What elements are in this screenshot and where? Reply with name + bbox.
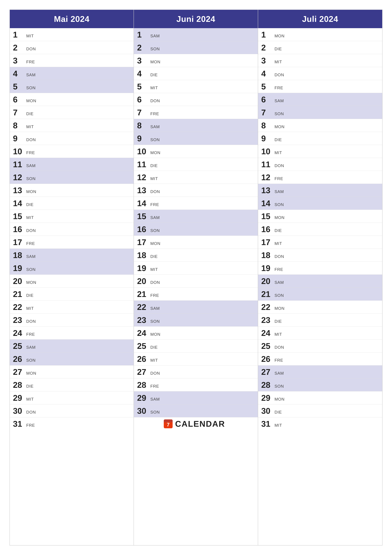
day-row: 30DIE [258, 404, 382, 417]
day-name: MIT [275, 150, 282, 155]
day-number: 19 [13, 264, 26, 272]
day-row: 16DON [10, 223, 134, 236]
day-number: 19 [137, 264, 150, 272]
day-number: 16 [137, 225, 150, 233]
day-name: SAM [275, 371, 284, 376]
day-row: 12SON [10, 171, 134, 184]
day-number: 21 [261, 290, 274, 298]
day-number: 7 [261, 108, 274, 117]
day-name: SON [26, 267, 36, 272]
day-name: SON [275, 384, 284, 389]
day-row: 29MIT [10, 391, 134, 404]
month-column-3: Juli 20241MON2DIE3MIT4DON5FRE6SAM7SON8MO… [258, 10, 382, 545]
day-row: 17FRE [10, 236, 134, 249]
day-row: 22MON [258, 301, 382, 314]
days-container-1: 1MIT2DON3FRE4SAM5SON6MON7DIE8MIT9DON10FR… [10, 28, 134, 545]
day-number: 15 [137, 212, 150, 220]
day-number: 16 [13, 225, 26, 233]
day-name: SAM [275, 189, 284, 194]
day-number: 4 [13, 69, 26, 78]
svg-text:7: 7 [167, 422, 170, 427]
day-row: 2DON [10, 41, 134, 54]
day-number: 10 [13, 147, 26, 155]
day-row: 18SAM [10, 249, 134, 262]
day-row: 20DON [134, 275, 258, 288]
day-number: 2 [261, 44, 274, 52]
day-row: 21DIE [10, 288, 134, 301]
day-number: 7 [13, 108, 26, 117]
day-name: DIE [150, 73, 157, 77]
day-number: 17 [137, 238, 150, 246]
day-row: 16SON [134, 223, 258, 236]
day-name: MIT [275, 241, 282, 246]
day-number: 9 [261, 134, 274, 143]
day-row: 15SAM [134, 210, 258, 223]
day-row: 21SON [258, 288, 382, 301]
day-row: 28DIE [10, 379, 134, 391]
day-number: 21 [137, 290, 150, 298]
day-name: SON [150, 228, 160, 233]
day-row: 29MON [258, 391, 382, 404]
day-name: DON [26, 137, 36, 142]
day-name: FRE [275, 85, 283, 90]
day-number: 23 [137, 316, 150, 324]
day-name: DIE [26, 202, 34, 207]
day-number: 10 [137, 147, 150, 155]
day-name: MON [26, 98, 36, 103]
day-number: 6 [137, 95, 150, 104]
day-name: MON [150, 241, 160, 246]
day-number: 3 [137, 57, 150, 65]
day-name: MIT [26, 215, 34, 220]
day-row: 14DIE [10, 197, 134, 210]
day-row: 11DIE [134, 158, 258, 171]
day-number: 14 [137, 199, 150, 207]
day-row: 7FRE [134, 106, 258, 119]
day-number: 15 [13, 212, 26, 220]
day-name: MIT [150, 267, 158, 272]
day-number: 18 [13, 251, 26, 259]
day-name: MIT [275, 332, 282, 337]
day-name: FRE [150, 384, 159, 389]
day-number: 20 [137, 277, 150, 285]
day-name: DON [275, 345, 284, 350]
day-row: 19FRE [258, 262, 382, 275]
day-name: FRE [275, 267, 283, 272]
day-name: FRE [26, 150, 35, 155]
day-row: 12MIT [134, 171, 258, 184]
day-name: SON [275, 293, 284, 298]
day-number: 6 [13, 95, 26, 104]
day-name: DON [26, 410, 36, 415]
day-row: 10MON [134, 145, 258, 158]
day-name: MIT [150, 176, 158, 181]
day-name: SAM [26, 345, 36, 350]
day-name: MIT [150, 85, 158, 90]
day-number: 8 [261, 121, 274, 130]
month-header-1: Mai 2024 [10, 10, 134, 28]
page: Mai 20241MIT2DON3FRE4SAM5SON6MON7DIE8MIT… [0, 0, 392, 555]
day-row: 11SAM [10, 158, 134, 171]
day-name: SON [150, 46, 160, 51]
day-name: SAM [150, 215, 160, 220]
day-row: 31MIT [258, 417, 382, 430]
day-name: DIE [150, 345, 157, 350]
day-row: 15MIT [10, 210, 134, 223]
day-name: MIT [275, 423, 282, 428]
day-number: 2 [13, 44, 26, 52]
day-name: FRE [26, 332, 35, 337]
day-row: 26FRE [258, 352, 382, 365]
day-name: DIE [275, 46, 282, 51]
day-name: SAM [26, 254, 36, 259]
day-number: 9 [137, 134, 150, 143]
day-row: 4DON [258, 67, 382, 80]
day-number: 20 [13, 277, 26, 285]
day-number: 28 [261, 381, 274, 389]
day-number: 1 [137, 30, 150, 39]
day-name: SON [26, 85, 36, 90]
day-number: 6 [261, 95, 274, 104]
day-row: 23DIE [258, 314, 382, 327]
day-row: 8MIT [10, 119, 134, 132]
day-number: 22 [261, 303, 274, 311]
day-name: DIE [26, 384, 34, 389]
day-number: 23 [13, 316, 26, 324]
day-number: 17 [13, 238, 26, 246]
